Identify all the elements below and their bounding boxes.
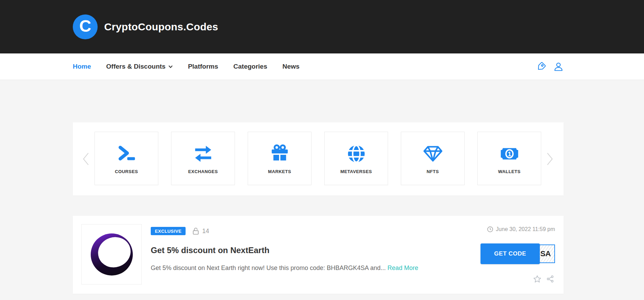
category-label: WALLETS — [498, 169, 521, 174]
nav-label: News — [283, 63, 300, 70]
category-tile-exchanges[interactable]: EXCHANGES — [171, 132, 235, 185]
nav-item-news[interactable]: News — [283, 63, 300, 70]
nav-label: Platforms — [188, 63, 218, 70]
nav-item-offers-discounts[interactable]: Offers & Discounts — [106, 63, 173, 70]
nav-item-platforms[interactable]: Platforms — [188, 63, 218, 70]
globe-icon — [346, 143, 367, 164]
chevron-down-icon — [168, 65, 173, 68]
exchange-arrows-icon — [192, 143, 214, 164]
logo-letter: C — [79, 18, 91, 34]
category-carousel: COURSES EXCHANGES MARKETS — [73, 122, 564, 196]
svg-text:1: 1 — [507, 150, 511, 157]
diamond-icon — [422, 143, 444, 164]
category-tile-nfts[interactable]: NFTS — [401, 132, 465, 185]
terminal-icon — [116, 143, 137, 164]
site-title: CryptoCoupons.Codes — [104, 21, 218, 33]
category-label: NFTS — [427, 169, 439, 174]
logo-circle-icon: C — [73, 14, 98, 39]
category-tile-metaverses[interactable]: METAVERSES — [324, 132, 388, 185]
category-tile-markets[interactable]: MARKETS — [248, 132, 311, 185]
carousel-next-icon[interactable] — [546, 151, 555, 167]
category-tile-wallets[interactable]: 1 WALLETS — [477, 132, 541, 185]
share-icon[interactable] — [546, 275, 554, 283]
favorite-star-icon[interactable] — [533, 275, 541, 283]
site-logo[interactable]: C CryptoCoupons.Codes — [73, 14, 218, 39]
coupon-card: EXCLUSIVE 14 Get 5% discount on NextEart… — [73, 216, 564, 294]
coupon-code-widget: SA GET CODE — [480, 243, 555, 264]
money-bill-icon: 1 — [499, 143, 520, 164]
description-text: Get 5% discount on Next Earth right now!… — [151, 264, 386, 271]
nav-label: Home — [73, 63, 91, 70]
get-code-button[interactable]: GET CODE — [480, 243, 540, 264]
tag-icon[interactable] — [536, 61, 546, 72]
nav-item-categories[interactable]: Categories — [234, 63, 267, 70]
main-nav: Home Offers & Discounts Platforms Catego… — [0, 53, 644, 80]
clock-icon — [487, 226, 493, 232]
coupon-title: Get 5% discount on NextEarth — [151, 246, 461, 255]
site-header: C CryptoCoupons.Codes — [0, 0, 644, 53]
read-more-link[interactable]: Read More — [387, 264, 418, 271]
uses-counter: 14 — [192, 227, 209, 235]
nav-item-home[interactable]: Home — [73, 63, 91, 70]
nextearth-logo-image — [91, 233, 133, 276]
coupon-description: Get 5% discount on Next Earth right now!… — [151, 264, 461, 272]
category-tile-courses[interactable]: COURSES — [95, 132, 158, 185]
expiry-date: June 30, 2022 11:59 pm — [487, 226, 555, 232]
deal-logo[interactable] — [81, 224, 142, 284]
category-label: MARKETS — [268, 169, 291, 174]
category-label: EXCHANGES — [188, 169, 218, 174]
uses-count: 14 — [202, 228, 209, 235]
category-label: COURSES — [115, 169, 138, 174]
lock-icon — [192, 227, 200, 235]
carousel-prev-icon[interactable] — [81, 151, 90, 167]
category-label: METAVERSES — [340, 169, 372, 174]
gift-icon — [269, 143, 290, 164]
exclusive-badge: EXCLUSIVE — [151, 227, 186, 235]
nav-label: Categories — [234, 63, 267, 70]
nav-label: Offers & Discounts — [106, 63, 166, 70]
expiry-text: June 30, 2022 11:59 pm — [496, 226, 555, 232]
user-icon[interactable] — [553, 61, 564, 72]
